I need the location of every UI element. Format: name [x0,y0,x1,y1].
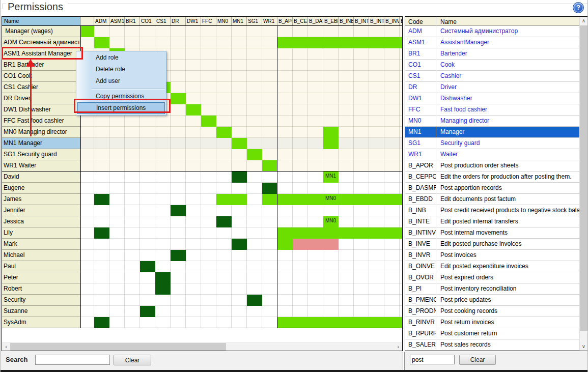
permission-cell[interactable] [308,317,323,328]
permission-list-row[interactable]: SG1Security guard [405,138,579,149]
permission-cell[interactable] [323,227,339,239]
permission-list-row[interactable]: DW1Dishwasher [405,93,579,104]
permission-cell[interactable] [232,239,247,250]
permission-cell[interactable] [323,37,339,48]
permission-cell[interactable] [262,160,277,171]
permission-cell[interactable] [384,194,400,205]
help-icon[interactable]: ? [573,2,584,13]
matrix-row-label[interactable]: MN1 Manager [2,138,80,149]
permission-cell[interactable] [277,317,293,328]
matrix-row-label[interactable]: David [2,171,80,183]
matrix-row-label[interactable]: ADM Системный администратор [2,37,80,48]
permission-list-row[interactable]: B_PRODNRPost cooking records [405,306,579,317]
permission-cell[interactable] [323,239,339,250]
permission-cell[interactable] [293,227,308,239]
menu-item-insert-permissions[interactable]: Insert permissions [77,102,165,114]
scroll-down-arrow-icon[interactable]: ∨ [580,342,587,351]
permission-cell[interactable] [293,194,308,205]
menu-item-copy-permissions[interactable]: Copy permissions [76,91,166,102]
permission-cell[interactable] [400,317,402,328]
matrix-row-label[interactable]: CS1 Cashier [2,82,80,93]
permission-list-row[interactable]: B_SALERPost sales records [405,339,579,351]
permission-list-row[interactable]: CS1Cashier [405,71,579,82]
permission-cell[interactable] [94,37,109,48]
permission-list-row[interactable]: B_RPURRPost customer return [405,328,579,339]
permission-cell[interactable] [277,37,293,48]
matrix-row-label[interactable]: Security [2,295,80,306]
permission-list-row[interactable]: B_RINVRPost return invoices [405,317,579,328]
matrix-row-label[interactable]: WR1 Waiter [2,160,80,171]
matrix-row-label[interactable]: SG1 Security guard [2,149,80,160]
permission-list-row[interactable]: B_APORPost production order sheets [405,160,579,171]
h-scroll-thumb[interactable] [10,343,226,351]
permission-cell[interactable] [232,138,247,149]
permission-list-row[interactable]: B_INBPost credit received products to ne… [405,205,579,216]
permission-cell[interactable] [323,317,339,328]
matrix-row-label[interactable]: Eugene [2,183,80,194]
matrix-row-label[interactable]: DR Driver [2,93,80,104]
permission-list-row[interactable]: BR1Bartender [405,48,579,60]
permission-cell[interactable] [308,239,323,250]
permission-list-row[interactable]: ASM1AssistantManager [405,37,579,48]
permission-cell[interactable] [171,93,186,104]
permission-cell[interactable] [201,116,216,127]
permission-cell[interactable] [354,37,369,48]
matrix-row-label[interactable]: BR1 Bartender [2,60,80,71]
permission-cell[interactable] [140,261,155,272]
permission-cell[interactable] [293,37,308,48]
permission-cell[interactable] [354,317,369,328]
matrix-row-label[interactable]: Michael [2,250,80,261]
matrix-row-label[interactable]: Robert [2,283,80,295]
permission-cell[interactable] [277,194,293,205]
matrix-row-label[interactable]: FFC Fast food cashier [2,116,80,127]
permission-cell[interactable] [323,138,339,149]
permission-cell[interactable] [400,227,402,239]
permission-list-row[interactable]: WR1Waiter [405,149,579,160]
permission-list-row[interactable]: B_OINVEEdit posted expenditure invoices [405,261,579,272]
permission-cell[interactable] [186,104,201,116]
permission-cell[interactable] [400,194,402,205]
permission-cell[interactable] [339,227,354,239]
permission-cell[interactable] [384,317,400,328]
permission-cell[interactable]: MN1 [323,171,339,183]
permission-cell[interactable] [369,37,384,48]
permission-cell[interactable] [339,194,354,205]
matrix-row-label[interactable]: CO1 Cook [2,71,80,82]
permission-cell[interactable] [216,127,232,138]
matrix-row-label[interactable]: Paul [2,261,80,272]
permission-cell[interactable] [384,37,400,48]
permission-cell[interactable] [293,317,308,328]
clear-filter-button[interactable]: Clear [459,355,496,365]
permission-cell[interactable] [80,26,94,37]
filter-input[interactable] [410,355,455,364]
permission-list-row[interactable]: FFCFast food cashier [405,104,579,116]
permission-cell[interactable] [293,239,308,250]
matrix-row-label[interactable]: MN0 Managing director [2,127,80,138]
permission-list-row[interactable]: CO1Cook [405,60,579,71]
permission-cell[interactable]: MN0 [323,194,339,205]
h-scrollbar[interactable]: ‹ › [2,342,402,351]
matrix-row-label[interactable]: ASM1 Assistant Manager [2,48,80,60]
matrix-row-label[interactable]: Lily [2,227,80,239]
permission-list-row[interactable]: B_INVEEdit posted purchase invoices [405,239,579,250]
permission-cell[interactable] [400,37,402,48]
permission-cell[interactable] [277,239,293,250]
permission-cell[interactable] [369,317,384,328]
permission-cell[interactable] [247,149,262,160]
menu-item-add-role[interactable]: Add role [76,52,166,64]
permission-cell[interactable] [277,227,293,239]
permission-cell[interactable] [94,227,109,239]
permission-cell[interactable] [323,127,339,138]
matrix-row-label[interactable]: Jessica [2,216,80,227]
permission-list-row[interactable]: ADMСистемный администратор [405,26,579,37]
permission-cell[interactable] [369,194,384,205]
v-scroll-thumb[interactable] [580,25,587,331]
matrix-row-label[interactable]: James [2,194,80,205]
scroll-left-arrow-icon[interactable]: ‹ [2,343,10,351]
permission-cell[interactable] [247,295,262,306]
v-scrollbar[interactable]: ∧ ∨ [579,17,587,351]
matrix-row-label[interactable]: Jennifer [2,205,80,216]
permission-cell[interactable] [171,205,186,216]
permission-cell[interactable] [216,216,232,227]
permission-cell[interactable] [155,283,171,295]
